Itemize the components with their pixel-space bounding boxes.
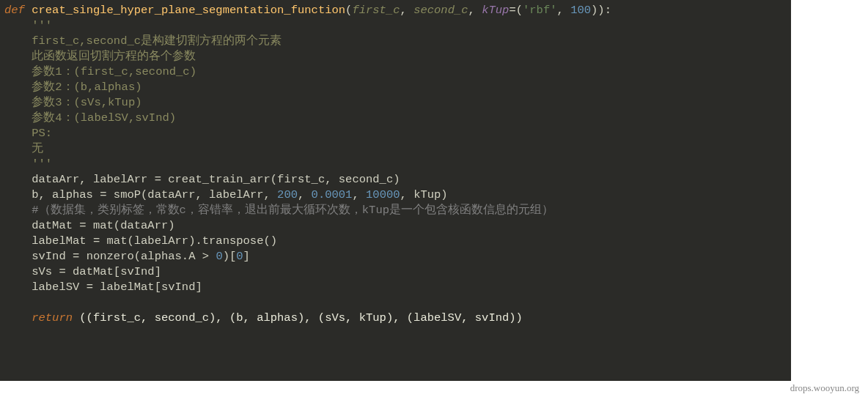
text: ( bbox=[516, 4, 523, 17]
text: , bbox=[400, 4, 414, 17]
code-text: labelMat[svInd] bbox=[93, 281, 202, 294]
docstring-close: ''' bbox=[4, 157, 52, 171]
keyword-def: def bbox=[4, 4, 25, 17]
text: = bbox=[59, 265, 65, 278]
text: ] bbox=[243, 250, 250, 263]
text: = bbox=[73, 250, 79, 263]
code-text: datMat[svInd] bbox=[66, 265, 161, 278]
param-second-c: second_c bbox=[413, 4, 468, 17]
number: 10000 bbox=[366, 188, 400, 201]
text: , kTup) bbox=[400, 188, 448, 201]
code-text: dataArr, labelArr bbox=[4, 173, 155, 186]
docstring-open: ''' bbox=[4, 19, 52, 32]
text: = bbox=[509, 4, 515, 17]
code-text: labelSV bbox=[4, 281, 87, 294]
number: 0 bbox=[236, 250, 243, 263]
docstring-line: 无 bbox=[4, 142, 43, 155]
code-text: mat(dataArr) bbox=[87, 219, 175, 232]
code-text: datMat bbox=[4, 219, 79, 232]
docstring-line: 参数2：(b,alphas) bbox=[4, 81, 142, 94]
text: , bbox=[352, 188, 366, 201]
docstring-line: first_c,second_c是构建切割方程的两个元素 bbox=[4, 34, 282, 48]
text: ) bbox=[591, 4, 597, 17]
docstring-line: 此函数返回切割方程的各个参数 bbox=[4, 50, 196, 63]
comment-line: #（数据集，类别标签，常数c，容错率，退出前最大循环次数，kTup是一个包含核函… bbox=[4, 204, 553, 217]
string-rbf: 'rbf' bbox=[523, 4, 557, 17]
code-block: def creat_single_hyper_plane_segmentatio… bbox=[0, 0, 791, 381]
number-100: 100 bbox=[570, 4, 591, 17]
code-text: labelMat bbox=[4, 234, 93, 248]
text: = bbox=[93, 234, 100, 248]
text: ): bbox=[597, 4, 611, 17]
text: = bbox=[100, 188, 106, 201]
text: = bbox=[87, 281, 93, 294]
code-text: sVs bbox=[4, 265, 59, 278]
text: > bbox=[202, 250, 209, 263]
code-text: creat_train_arr(first_c, second_c) bbox=[161, 173, 400, 186]
number: 0 bbox=[209, 250, 223, 263]
param-first-c: first_c bbox=[352, 4, 400, 17]
code-text: nonzero(alphas.A bbox=[79, 250, 202, 263]
function-name: creat_single_hyper_plane_segmentation_fu… bbox=[32, 4, 345, 17]
code-text: mat(labelArr).transpose() bbox=[100, 234, 277, 248]
text: , bbox=[468, 4, 482, 17]
text: ( bbox=[345, 4, 352, 17]
text: = bbox=[79, 219, 86, 232]
docstring-line: 参数4：(labelSV,svInd) bbox=[4, 111, 176, 125]
number: 200 bbox=[277, 188, 298, 201]
code-text: smoP bbox=[107, 188, 141, 201]
return-expr: ((first_c, second_c), (b, alphas), (sVs,… bbox=[73, 311, 523, 324]
text: )[ bbox=[223, 250, 237, 263]
code-text: b, alphas bbox=[4, 188, 100, 201]
docstring-line: PS: bbox=[4, 127, 52, 140]
keyword-return: return bbox=[4, 311, 73, 324]
docstring-line: 参数3：(sVs,kTup) bbox=[4, 96, 142, 109]
number: 0.0001 bbox=[312, 188, 353, 201]
text: , bbox=[298, 188, 312, 201]
docstring-line: 参数1：(first_c,second_c) bbox=[4, 65, 196, 78]
text: , bbox=[557, 4, 571, 17]
code-text: (dataArr, labelArr, bbox=[141, 188, 277, 201]
param-ktup: kTup bbox=[482, 4, 509, 17]
text: = bbox=[155, 173, 161, 186]
code-text: svInd bbox=[4, 250, 73, 263]
watermark-text: drops.wooyun.org bbox=[790, 382, 859, 394]
